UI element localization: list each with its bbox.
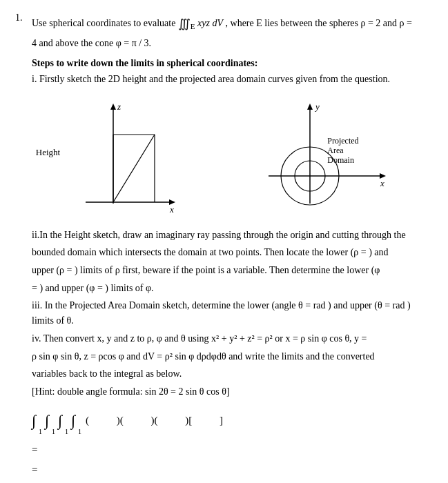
integral-expression: xyz dV (197, 18, 223, 28)
hint: [Hint: double angle formula: sin 2θ = 2 … (32, 384, 433, 400)
outer-sym: ∫ (32, 413, 36, 428)
mid2-upper (65, 406, 67, 413)
mid1-sym: ∫ (45, 413, 49, 428)
step-iii: iii. In the Projected Area Domain sketch… (32, 298, 433, 328)
mid2-sym: ∫ (58, 413, 62, 428)
blank3 (164, 415, 166, 426)
svg-marker-1 (110, 103, 116, 110)
height-label: Height (36, 147, 60, 158)
proj-label1: Projected (327, 136, 358, 146)
bracket-end: ] (220, 415, 223, 426)
problem-number: 1. (15, 12, 28, 483)
proj-label3: Domain (327, 155, 354, 166)
proj-label2: Area (327, 146, 343, 156)
step-iv-2: ρ sin φ sin θ, z = ρcos φ and dV = ρ² si… (32, 349, 433, 364)
eq-line-2: = (32, 464, 433, 475)
bracket-close1: )( (117, 415, 124, 426)
svg-text:x: x (169, 204, 174, 215)
projected-graph: y x Projected Area Domain (255, 100, 393, 221)
svg-text:x: x (380, 178, 384, 188)
mid2-integral: ∫ 1 (58, 406, 68, 435)
step-iv-3: variables back to the integral as below. (32, 366, 433, 382)
mid1-integral: ∫ 1 (45, 406, 55, 435)
blank2 (129, 415, 132, 426)
step-ii-2: bounded domain which intersects the doma… (32, 245, 433, 260)
step-ii-1: ii.In the Height sketch, draw an imagina… (32, 228, 433, 243)
inner-lower: 1 (78, 428, 81, 435)
projected-svg: y x (255, 100, 393, 221)
triple-integral-symbol: ∭ (178, 17, 191, 30)
outer-upper (39, 406, 41, 413)
outer-integral: ∫ 1 (32, 406, 42, 435)
eq-line-1: = (32, 444, 433, 455)
mid2-lower: 1 (65, 428, 68, 435)
svg-text:z: z (117, 101, 121, 112)
integral-subscript: E (191, 22, 195, 30)
problem-block: 1. Use spherical coordinates to evaluate… (15, 12, 433, 483)
problem-intro: Use spherical coordinates to evaluate ∭E… (32, 15, 433, 33)
inner-integral: ∫ 1 (71, 406, 81, 435)
bracket-close3: )[ (185, 415, 192, 426)
svg-text:y: y (314, 101, 320, 112)
integral-input-row: ∫ 1 ∫ 1 ∫ 1 ∫ 1 ( )( (32, 406, 433, 435)
bracket-open: ( (86, 415, 89, 426)
steps-title: Steps to write down the limits in spheri… (32, 58, 433, 69)
inner-sym: ∫ (71, 413, 75, 428)
mid1-lower: 1 (52, 428, 55, 435)
step-ii-3: upper (ρ = ) limits of ρ first, beware i… (32, 263, 433, 278)
blank4 (197, 415, 200, 426)
svg-marker-11 (307, 103, 313, 110)
mid1-upper (52, 406, 54, 413)
svg-line-8 (113, 135, 155, 202)
height-svg: z x (72, 100, 175, 221)
blank1 (95, 415, 97, 426)
step-ii-4: = ) and upper (φ = ) limits of φ. (32, 281, 433, 296)
problem-line2: 4 and above the cone φ = π / 3. (32, 36, 433, 51)
outer-lower: 1 (39, 428, 42, 435)
inner-upper (78, 406, 80, 413)
height-graph: Height z x (72, 100, 175, 221)
step-i: i. Firstly sketch the 2D height and the … (32, 72, 433, 87)
sketch-area: Height z x (32, 97, 433, 221)
bracket-close2: )( (151, 415, 158, 426)
step-iv-1: iv. Then convert x, y and z to ρ, φ and … (32, 331, 433, 346)
